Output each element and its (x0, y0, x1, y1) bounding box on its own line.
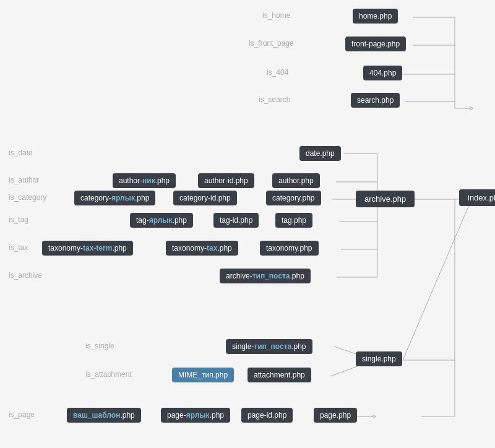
node-category-php: category.php (266, 191, 321, 205)
node-taxonomy-php: taxonomy.php (260, 241, 319, 256)
node-page-yarlyk-php: page-ярлык.php (161, 408, 230, 423)
node-category-yarlyk-php: category-ярлык.php (74, 191, 155, 205)
node-vash-shablon-php: ваш_шаблон.php (67, 408, 141, 423)
svg-line-14 (403, 199, 471, 360)
node-tag-id-php: tag-id.php (213, 213, 259, 228)
node-404-php: 404.php (363, 66, 402, 80)
diagram: is_home home.php is_front_page front-pag… (0, 0, 495, 448)
node-taxonomy-tax-php: taxonomy-tax.php (166, 241, 238, 256)
label-is-404: is_404 (267, 68, 288, 77)
node-home-php: home.php (353, 9, 398, 24)
node-taxonomy-tax-term-php: taxonomy-tax-term.php (42, 241, 133, 256)
node-mime-tip-php: MIME_тип.php (172, 368, 234, 382)
node-search-php: search.php (351, 93, 400, 108)
label-is-search: is_search (259, 95, 290, 104)
node-tag-php: tag.php (275, 213, 312, 228)
label-is-home: is_home (262, 11, 290, 20)
node-archive-tip-posta-php: archive-тип_поста.php (220, 269, 311, 283)
node-page-id-php: page-id.php (241, 408, 293, 423)
label-is-front-page: is_front_page (249, 39, 294, 48)
label-is-single: is_single (85, 342, 114, 350)
node-page-php: page.php (314, 408, 357, 423)
node-author-id-php: author-id.php (198, 173, 254, 188)
node-single-tip-posta-php: single-тип_поста.php (226, 339, 312, 354)
node-front-page-php: front-page.php (345, 37, 406, 51)
label-is-category: is_category (9, 193, 46, 202)
node-index-php: index.php (459, 189, 495, 206)
label-is-author: is_author (9, 176, 39, 184)
node-single-php: single.php (356, 351, 402, 366)
label-is-tax: is_tax (9, 243, 28, 252)
node-date-php: date.php (299, 146, 341, 161)
label-is-page: is_page (9, 410, 35, 419)
label-is-archive: is_archive (9, 271, 42, 280)
node-attachment-php: attachment.php (248, 368, 311, 382)
node-author-nik-php: author-ник.php (113, 173, 176, 188)
node-category-id-php: category-id.php (173, 191, 237, 205)
node-archive-php: archive.php (356, 191, 415, 207)
node-author-php: author.php (272, 173, 320, 188)
node-tag-yarlyk-php: tag-ярлык.php (130, 213, 193, 228)
label-is-tag: is_tag (9, 215, 28, 224)
label-is-attachment: is_attachment (85, 370, 132, 379)
label-is-date: is_date (9, 149, 33, 157)
